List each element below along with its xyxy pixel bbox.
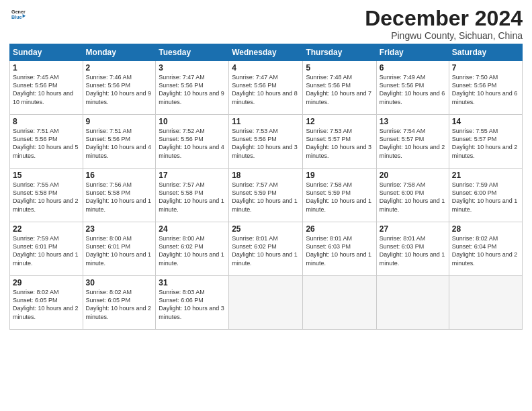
calendar-day-cell: 13Sunrise: 7:54 AMSunset: 5:57 PMDayligh… — [376, 115, 449, 169]
day-number: 8 — [13, 117, 80, 126]
svg-text:General: General — [11, 9, 26, 15]
day-number: 15 — [13, 171, 80, 180]
day-info: Sunrise: 8:02 AMSunset: 6:04 PMDaylight:… — [452, 234, 519, 267]
calendar-day-cell: 16Sunrise: 7:56 AMSunset: 5:58 PMDayligh… — [83, 169, 156, 222]
day-number: 18 — [232, 171, 300, 180]
day-info: Sunrise: 8:02 AMSunset: 6:05 PMDaylight:… — [86, 288, 153, 321]
day-info: Sunrise: 7:57 AMSunset: 5:59 PMDaylight:… — [232, 181, 300, 214]
day-number: 20 — [380, 171, 446, 180]
calendar-day-cell: 30Sunrise: 8:02 AMSunset: 6:05 PMDayligh… — [83, 276, 156, 330]
day-number: 28 — [452, 224, 519, 234]
calendar-day-cell: 14Sunrise: 7:55 AMSunset: 5:57 PMDayligh… — [449, 115, 522, 169]
day-info: Sunrise: 7:49 AMSunset: 5:56 PMDaylight:… — [380, 73, 446, 106]
day-info: Sunrise: 7:54 AMSunset: 5:57 PMDaylight:… — [380, 127, 446, 160]
day-info: Sunrise: 7:59 AMSunset: 6:01 PMDaylight:… — [13, 234, 80, 267]
day-number: 1 — [13, 63, 80, 73]
day-info: Sunrise: 7:46 AMSunset: 5:56 PMDaylight:… — [86, 73, 153, 106]
calendar-day-cell: 29Sunrise: 8:02 AMSunset: 6:05 PMDayligh… — [10, 276, 83, 330]
day-info: Sunrise: 7:57 AMSunset: 5:58 PMDaylight:… — [159, 181, 226, 214]
day-info: Sunrise: 7:58 AMSunset: 5:59 PMDaylight:… — [306, 181, 373, 214]
day-number: 3 — [159, 63, 226, 73]
day-info: Sunrise: 8:00 AMSunset: 6:02 PMDaylight:… — [159, 234, 226, 267]
calendar-day-cell: 15Sunrise: 7:55 AMSunset: 5:58 PMDayligh… — [10, 169, 83, 222]
calendar-week-row: 29Sunrise: 8:02 AMSunset: 6:05 PMDayligh… — [10, 276, 523, 330]
calendar-day-cell — [449, 276, 522, 330]
day-info: Sunrise: 8:00 AMSunset: 6:01 PMDaylight:… — [86, 234, 153, 267]
day-info: Sunrise: 7:55 AMSunset: 5:57 PMDaylight:… — [452, 127, 519, 160]
calendar-day-cell: 22Sunrise: 7:59 AMSunset: 6:01 PMDayligh… — [10, 222, 83, 276]
day-info: Sunrise: 7:51 AMSunset: 5:56 PMDaylight:… — [13, 127, 80, 160]
day-number: 27 — [380, 224, 446, 234]
calendar-header-row: SundayMondayTuesdayWednesdayThursdayFrid… — [10, 44, 523, 61]
day-number: 30 — [86, 278, 153, 287]
day-number: 6 — [380, 63, 446, 73]
calendar-day-cell: 25Sunrise: 8:01 AMSunset: 6:02 PMDayligh… — [229, 222, 303, 276]
day-number: 11 — [232, 117, 300, 126]
day-number: 2 — [86, 63, 153, 73]
calendar-day-cell: 31Sunrise: 8:03 AMSunset: 6:06 PMDayligh… — [156, 276, 229, 330]
day-number: 9 — [86, 117, 153, 126]
calendar-day-cell: 9Sunrise: 7:51 AMSunset: 5:56 PMDaylight… — [83, 115, 156, 169]
calendar-day-cell: 6Sunrise: 7:49 AMSunset: 5:56 PMDaylight… — [376, 61, 449, 115]
calendar-day-cell — [303, 276, 376, 330]
calendar-day-cell: 1Sunrise: 7:45 AMSunset: 5:56 PMDaylight… — [10, 61, 83, 115]
day-info: Sunrise: 7:53 AMSunset: 5:57 PMDaylight:… — [306, 127, 373, 160]
day-header: Tuesday — [156, 44, 229, 61]
calendar-day-cell: 24Sunrise: 8:00 AMSunset: 6:02 PMDayligh… — [156, 222, 229, 276]
calendar-day-cell: 10Sunrise: 7:52 AMSunset: 5:56 PMDayligh… — [156, 115, 229, 169]
day-header: Saturday — [449, 44, 522, 61]
day-number: 21 — [452, 171, 519, 180]
day-info: Sunrise: 7:47 AMSunset: 5:56 PMDaylight:… — [159, 73, 226, 106]
day-number: 23 — [86, 224, 153, 234]
calendar-week-row: 15Sunrise: 7:55 AMSunset: 5:58 PMDayligh… — [10, 169, 523, 222]
calendar-day-cell: 4Sunrise: 7:47 AMSunset: 5:56 PMDaylight… — [229, 61, 303, 115]
day-number: 7 — [452, 63, 519, 73]
calendar-day-cell: 21Sunrise: 7:59 AMSunset: 6:00 PMDayligh… — [449, 169, 522, 222]
day-info: Sunrise: 7:51 AMSunset: 5:56 PMDaylight:… — [86, 127, 153, 160]
location-subtitle: Pingwu County, Sichuan, China — [365, 30, 523, 41]
day-info: Sunrise: 7:50 AMSunset: 5:56 PMDaylight:… — [452, 73, 519, 106]
day-info: Sunrise: 8:01 AMSunset: 6:02 PMDaylight:… — [232, 234, 300, 267]
day-header: Thursday — [303, 44, 376, 61]
calendar-day-cell: 23Sunrise: 8:00 AMSunset: 6:01 PMDayligh… — [83, 222, 156, 276]
day-number: 17 — [159, 171, 226, 180]
day-number: 22 — [13, 224, 80, 234]
calendar-day-cell: 17Sunrise: 7:57 AMSunset: 5:58 PMDayligh… — [156, 169, 229, 222]
calendar-day-cell: 8Sunrise: 7:51 AMSunset: 5:56 PMDaylight… — [10, 115, 83, 169]
day-info: Sunrise: 7:52 AMSunset: 5:56 PMDaylight:… — [159, 127, 226, 160]
day-number: 31 — [159, 278, 226, 287]
day-number: 19 — [306, 171, 373, 180]
calendar-week-row: 1Sunrise: 7:45 AMSunset: 5:56 PMDaylight… — [10, 61, 523, 115]
page-container: General Blue December 2024 Pingwu County… — [0, 0, 532, 335]
calendar-day-cell: 5Sunrise: 7:48 AMSunset: 5:56 PMDaylight… — [303, 61, 376, 115]
title-block: December 2024 Pingwu County, Sichuan, Ch… — [365, 7, 523, 41]
day-number: 4 — [232, 63, 300, 73]
day-info: Sunrise: 7:53 AMSunset: 5:56 PMDaylight:… — [232, 127, 300, 160]
day-number: 5 — [306, 63, 373, 73]
day-info: Sunrise: 8:01 AMSunset: 6:03 PMDaylight:… — [306, 234, 373, 267]
calendar-day-cell: 2Sunrise: 7:46 AMSunset: 5:56 PMDaylight… — [83, 61, 156, 115]
day-info: Sunrise: 8:01 AMSunset: 6:03 PMDaylight:… — [380, 234, 446, 267]
day-info: Sunrise: 7:58 AMSunset: 6:00 PMDaylight:… — [380, 181, 446, 214]
calendar-day-cell: 27Sunrise: 8:01 AMSunset: 6:03 PMDayligh… — [376, 222, 449, 276]
header: General Blue December 2024 Pingwu County… — [9, 7, 523, 41]
day-number: 10 — [159, 117, 226, 126]
day-number: 24 — [159, 224, 226, 234]
calendar-day-cell — [376, 276, 449, 330]
calendar-day-cell: 26Sunrise: 8:01 AMSunset: 6:03 PMDayligh… — [303, 222, 376, 276]
calendar-day-cell: 28Sunrise: 8:02 AMSunset: 6:04 PMDayligh… — [449, 222, 522, 276]
day-number: 29 — [13, 278, 80, 287]
day-header: Sunday — [10, 44, 83, 61]
calendar-day-cell: 18Sunrise: 7:57 AMSunset: 5:59 PMDayligh… — [229, 169, 303, 222]
logo: General Blue — [9, 7, 26, 21]
day-info: Sunrise: 7:45 AMSunset: 5:56 PMDaylight:… — [13, 73, 80, 106]
logo-icon: General Blue — [11, 7, 26, 21]
day-number: 13 — [380, 117, 446, 126]
day-header: Friday — [376, 44, 449, 61]
day-number: 16 — [86, 171, 153, 180]
month-title: December 2024 — [365, 7, 523, 30]
calendar-day-cell: 19Sunrise: 7:58 AMSunset: 5:59 PMDayligh… — [303, 169, 376, 222]
calendar-week-row: 22Sunrise: 7:59 AMSunset: 6:01 PMDayligh… — [10, 222, 523, 276]
calendar-day-cell: 3Sunrise: 7:47 AMSunset: 5:56 PMDaylight… — [156, 61, 229, 115]
calendar-day-cell: 20Sunrise: 7:58 AMSunset: 6:00 PMDayligh… — [376, 169, 449, 222]
